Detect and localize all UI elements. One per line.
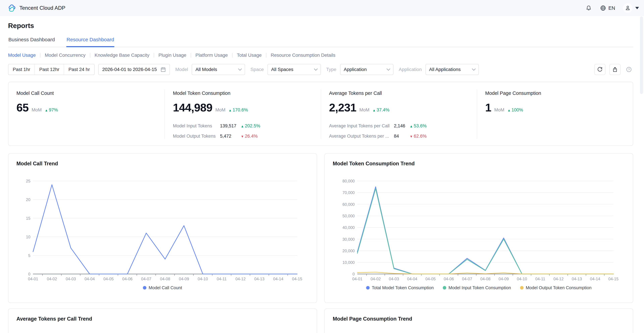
kpi-average-tokens-per-call: Average Tokens per Call2,231MoM▲37.4%Ave… (321, 90, 477, 139)
chart-plot-area: 104-0104-0204-0304-0404-0504-0604-0704-0… (333, 322, 625, 333)
legend-dot-icon (443, 286, 446, 289)
brand-title: Tencent Cloud ADP (20, 5, 66, 11)
brand-logo[interactable]: Tencent Cloud ADP (8, 4, 66, 12)
subnav-item-resource-consumption-details[interactable]: Resource Consumption Details (266, 53, 340, 58)
help-button[interactable]: ? (624, 65, 633, 74)
subnav-item-knowledge-base-capacity[interactable]: Knowledge Base Capacity (90, 53, 154, 58)
legend-label: Total Model Token Consumption (372, 285, 434, 290)
svg-text:04-03: 04-03 (389, 277, 399, 281)
svg-text:10: 10 (26, 235, 30, 239)
select-model[interactable]: All Models (192, 64, 245, 75)
top-navbar: Tencent Cloud ADP EN (0, 0, 644, 16)
date-range-value: 2026-04-01 to 2026-04-15 (102, 67, 157, 72)
kpi-mom-label: MoM (360, 107, 370, 113)
legend-dot-icon (143, 286, 146, 289)
svg-text:04-05: 04-05 (104, 277, 114, 281)
svg-text:04-15: 04-15 (608, 277, 618, 281)
svg-text:04-14: 04-14 (273, 277, 284, 281)
legend-label: Model Call Count (148, 285, 182, 290)
select-value-model: All Models (196, 67, 239, 72)
kpi-sub-delta: ▼26.4% (241, 134, 260, 139)
svg-text:5: 5 (28, 253, 30, 258)
time-range-past-12hr[interactable]: Past 12hr (34, 64, 64, 75)
kpi-sub-label: Model Input Tokens (173, 123, 216, 129)
svg-text:30,000: 30,000 (342, 237, 355, 241)
tab-resource-dashboard[interactable]: Resource Dashboard (66, 37, 114, 47)
svg-text:04-04: 04-04 (407, 277, 418, 281)
vertical-scrollbar[interactable] (640, 17, 643, 94)
svg-text:04-08: 04-08 (160, 277, 170, 281)
select-type[interactable]: Application (340, 64, 394, 75)
svg-text:04-10: 04-10 (517, 277, 527, 281)
time-range-past-24-hr[interactable]: Past 24 hr (64, 64, 94, 75)
kpi-title: Average Tokens per Call (329, 91, 469, 96)
filter-label-model: Model (175, 67, 188, 72)
svg-text:04-06: 04-06 (444, 277, 454, 281)
kpi-value: 2,231 (329, 101, 356, 114)
subnav-item-total-usage[interactable]: Total Usage (232, 53, 266, 58)
kpi-model-token-consumption: Model Token Consumption144,989MoM▲170.6%… (164, 90, 321, 139)
legend-item-model-output-token-consumption[interactable]: Model Output Token Consumption (520, 285, 592, 290)
svg-text:04-12: 04-12 (236, 277, 246, 281)
filter-bar: Past 1hrPast 12hrPast 24 hr 2026-04-01 t… (8, 64, 633, 75)
chart-title: Model Page Consumption Trend (333, 316, 625, 322)
kpi-sub-delta: ▲202.5% (241, 123, 260, 129)
svg-text:04-02: 04-02 (370, 277, 381, 281)
language-label: EN (608, 5, 615, 11)
legend-item-model-input-token-consumption[interactable]: Model Input Token Consumption (443, 285, 511, 290)
chart-plot-area: 3,50004-0104-0204-0304-0404-0504-0604-07… (16, 322, 308, 333)
chart-card-model-page-consumption-trend: Model Page Consumption Trend104-0104-020… (324, 308, 633, 333)
down-triangle-icon: ▼ (410, 135, 413, 138)
kpi-sub-value: 139,517 (220, 123, 236, 129)
legend-dot-icon (366, 286, 370, 289)
select-application[interactable]: All Applications (426, 64, 479, 75)
chart-title: Model Token Consumption Trend (333, 161, 625, 167)
subnav-item-plugin-usage[interactable]: Plugin Usage (154, 53, 191, 58)
subnav-item-platform-usage[interactable]: Platform Usage (191, 53, 232, 58)
svg-text:04-09: 04-09 (179, 277, 189, 281)
kpi-main-value-row: 144,989MoM▲170.6% (173, 101, 312, 114)
export-button[interactable] (610, 64, 620, 75)
kpi-mom-delta: ▲100% (507, 107, 523, 113)
legend-item-model-call-count[interactable]: Model Call Count (143, 285, 182, 290)
language-switcher[interactable]: EN (600, 5, 615, 12)
kpi-mom-label: MoM (494, 107, 504, 113)
filter-label-application: Application (399, 67, 422, 72)
chevron-down-icon[interactable] (635, 7, 639, 9)
svg-text:04-02: 04-02 (47, 277, 57, 281)
up-triangle-icon: ▲ (507, 108, 511, 112)
date-range-picker[interactable]: 2026-04-01 to 2026-04-15 (98, 64, 170, 75)
kpi-main-value-row: 2,231MoM▲37.4% (329, 101, 469, 114)
svg-text:04-03: 04-03 (66, 277, 76, 281)
select-space[interactable]: All Spaces (268, 64, 321, 75)
kpi-model-call-count: Model Call Count65MoM▲97% (8, 90, 164, 139)
svg-text:25: 25 (26, 179, 30, 183)
user-avatar[interactable] (623, 3, 632, 13)
chart-plot-area: 010,00020,00030,00040,00050,00060,00070,… (333, 167, 625, 284)
kpi-mom-label: MoM (32, 107, 42, 113)
legend-item-total-model-token-consumption[interactable]: Total Model Token Consumption (366, 285, 434, 290)
charts-grid: Model Call Trend051015202504-0104-0204-0… (8, 153, 633, 333)
subnav-item-model-concurrency[interactable]: Model Concurrency (40, 53, 90, 58)
select-value-space: All Spaces (271, 67, 314, 72)
time-range-past-1hr[interactable]: Past 1hr (8, 64, 34, 75)
kpi-sub-metrics: Model Input Tokens139,517▲202.5%Model Ou… (173, 123, 312, 139)
kpi-value: 1 (485, 101, 491, 114)
kpi-sub-label: Model Output Tokens (173, 134, 216, 139)
svg-text:10,000: 10,000 (342, 260, 355, 265)
svg-text:04-11: 04-11 (217, 277, 226, 281)
legend-dot-icon (520, 286, 524, 289)
dashboard-tabs: Business DashboardResource Dashboard (8, 37, 633, 47)
legend-label: Model Input Token Consumption (448, 285, 511, 290)
kpi-summary-card: Model Call Count65MoM▲97%Model Token Con… (8, 82, 633, 146)
svg-text:04-07: 04-07 (462, 277, 472, 281)
subnav-item-model-usage[interactable]: Model Usage (8, 53, 40, 58)
report-subnav: Model UsageModel ConcurrencyKnowledge Ba… (8, 53, 633, 58)
kpi-main-value-row: 1MoM▲100% (485, 101, 625, 114)
notification-bell-icon[interactable] (585, 5, 592, 12)
chart-title: Average Tokens per Call Trend (16, 316, 308, 322)
tab-business-dashboard[interactable]: Business Dashboard (8, 37, 55, 47)
refresh-button[interactable] (594, 64, 606, 75)
down-triangle-icon: ▼ (241, 135, 244, 138)
svg-text:04-04: 04-04 (84, 277, 95, 281)
